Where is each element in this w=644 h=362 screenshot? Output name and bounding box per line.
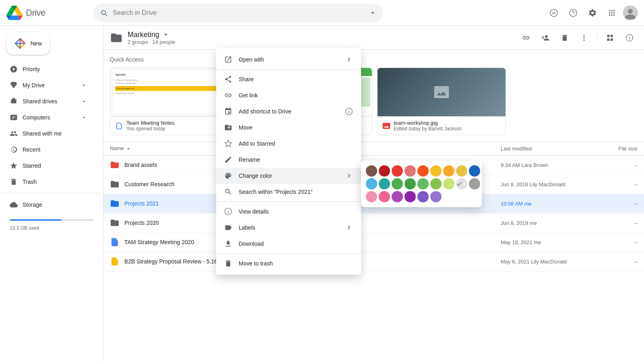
color-swatch-lightgreen[interactable]: [430, 178, 442, 189]
menu-item-labels[interactable]: Labels: [216, 220, 361, 236]
labels-arrow-icon: [345, 224, 353, 232]
sidebar-item-trash[interactable]: Trash: [0, 174, 97, 190]
logo-area: Drive: [6, 5, 87, 21]
storage-used-label: 12.3 GB used: [10, 225, 39, 231]
search-icon: [100, 9, 108, 17]
shared-drives-icon: [10, 97, 18, 105]
color-swatch-purple3[interactable]: [417, 191, 429, 202]
sidebar-item-storage-label: Storage: [23, 202, 42, 208]
app-title: Drive: [26, 8, 45, 18]
settings-button[interactable]: [584, 5, 601, 21]
menu-item-labels-label: Labels: [239, 224, 339, 231]
menu-item-move-label: Move: [239, 124, 353, 131]
color-swatch-tangerine[interactable]: [417, 165, 429, 177]
sidebar-item-priority[interactable]: Priority: [0, 61, 97, 77]
menu-divider-1: [216, 69, 361, 70]
color-swatch-lavender[interactable]: [379, 178, 390, 189]
sidebar-item-starred-label: Starred: [23, 162, 41, 169]
menu-item-search-within-label: Search within "Projects 2021": [239, 189, 353, 195]
menu-item-move-to-trash[interactable]: Move to trash: [216, 255, 361, 272]
color-swatch-teal[interactable]: [392, 178, 403, 189]
color-swatch-banana[interactable]: [430, 165, 442, 177]
color-swatch-lime[interactable]: [443, 178, 454, 189]
color-swatch-pink1[interactable]: [366, 191, 377, 202]
color-swatch-purple1[interactable]: [392, 191, 403, 202]
menu-item-share[interactable]: Share: [216, 71, 361, 87]
menu-item-search-within[interactable]: Search within "Projects 2021": [216, 184, 361, 200]
header-actions: [546, 5, 638, 21]
sidebar-item-shared-drives[interactable]: Shared drives: [0, 93, 97, 109]
color-swatch-rose[interactable]: [379, 165, 390, 177]
menu-divider-3: [216, 253, 361, 254]
sidebar-item-recent[interactable]: Recent: [0, 142, 97, 158]
sidebar-item-computers[interactable]: Computers: [0, 109, 97, 125]
color-swatch-graphite[interactable]: [405, 178, 416, 189]
svg-point-1: [570, 9, 577, 16]
open-with-arrow-icon: [345, 56, 353, 64]
context-menu-overlay: Open with Share Get link: [103, 26, 644, 362]
menu-item-rename-label: Rename: [239, 156, 353, 163]
new-button[interactable]: New: [6, 32, 50, 55]
download-icon: [224, 240, 232, 248]
sidebar-item-storage[interactable]: Storage: [0, 197, 97, 213]
app-header: Drive: [0, 0, 644, 26]
change-color-arrow-icon: [345, 172, 353, 180]
color-swatch-pink2[interactable]: [379, 191, 390, 202]
menu-item-get-link[interactable]: Get link: [216, 87, 361, 103]
menu-item-change-color[interactable]: Change color: [216, 168, 361, 184]
menu-item-view-details[interactable]: View details: [216, 204, 361, 220]
sidebar-item-priority-label: Priority: [23, 66, 40, 72]
svg-point-13: [349, 110, 349, 110]
color-picker-submenu: [361, 160, 482, 207]
search-input[interactable]: [113, 9, 364, 16]
sidebar-item-starred[interactable]: Starred: [0, 158, 97, 174]
menu-item-view-details-label: View details: [239, 208, 353, 215]
sidebar-item-shared-with-me-label: Shared with me: [23, 130, 62, 137]
menu-item-rename[interactable]: Rename: [216, 152, 361, 168]
color-swatch-peacock[interactable]: [469, 165, 480, 177]
help-button[interactable]: [565, 5, 581, 21]
menu-item-open-with[interactable]: Open with: [216, 51, 361, 68]
search-bar[interactable]: [93, 4, 383, 22]
sidebar: New Priority My Drive Shared drives: [0, 26, 103, 362]
color-swatch-gray1[interactable]: [469, 178, 480, 189]
menu-item-move-to-trash-label: Move to trash: [239, 260, 353, 267]
color-swatch-cocoa[interactable]: [366, 165, 377, 177]
trash-icon: [10, 178, 18, 186]
starred-icon: [10, 162, 18, 170]
menu-item-change-color-label: Change color: [239, 173, 339, 179]
color-swatch-tomato[interactable]: [392, 165, 403, 177]
color-swatch-green1[interactable]: [417, 178, 429, 189]
check-circle-icon: [549, 8, 558, 17]
sidebar-item-shared-with-me[interactable]: Shared with me: [0, 125, 97, 142]
menu-item-move[interactable]: Move: [216, 119, 361, 136]
menu-item-share-label: Share: [239, 76, 353, 82]
check-circle-button[interactable]: [546, 5, 562, 21]
menu-item-add-starred[interactable]: Add to Starred: [216, 136, 361, 152]
add-shortcut-info-icon: [345, 107, 353, 115]
content-area: Marketing 2 groups · 14 people: [103, 26, 644, 362]
sidebar-item-my-drive-label: My Drive: [23, 82, 45, 88]
menu-item-add-shortcut[interactable]: Add shortcut to Drive: [216, 103, 361, 119]
sidebar-divider: [0, 193, 103, 193]
computers-icon: [10, 113, 18, 121]
color-swatch-purple2[interactable]: [405, 191, 416, 202]
menu-item-open-with-label: Open with: [239, 56, 339, 63]
new-plus-icon: [14, 38, 26, 49]
sidebar-item-recent-label: Recent: [23, 146, 40, 153]
search-chevron-icon: [369, 9, 377, 17]
menu-item-download[interactable]: Download: [216, 236, 361, 252]
shared-with-me-icon: [10, 130, 18, 138]
color-swatch-mauve[interactable]: [430, 191, 442, 202]
color-swatch-blueberry[interactable]: [366, 178, 377, 189]
color-swatch-none[interactable]: [456, 178, 467, 189]
svg-point-4: [628, 9, 633, 14]
color-swatch-basil[interactable]: [456, 165, 467, 177]
apps-grid-button[interactable]: [604, 5, 620, 21]
color-swatch-flamingo[interactable]: [405, 165, 416, 177]
user-avatar[interactable]: [623, 6, 638, 20]
search-within-icon: [224, 188, 232, 196]
sidebar-item-my-drive[interactable]: My Drive: [0, 77, 97, 93]
color-swatch-sage[interactable]: [443, 165, 454, 177]
open-with-icon: [224, 56, 232, 64]
